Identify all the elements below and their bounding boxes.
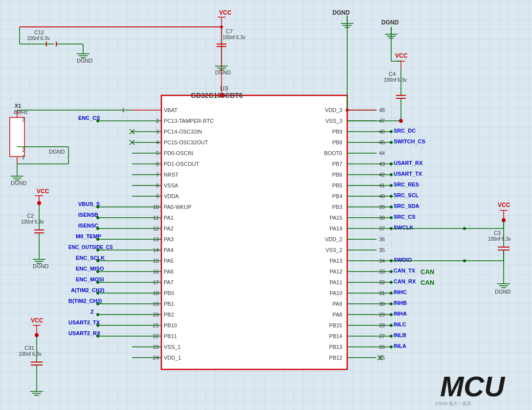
svg-text:3: 3 [156, 129, 159, 135]
svg-text:31: 31 [379, 290, 385, 296]
svg-text:ISENSB: ISENSB [78, 212, 98, 218]
svg-text:33: 33 [379, 269, 385, 274]
svg-text:100nf 6.3v: 100nf 6.3v [21, 219, 44, 225]
svg-text:VSS_3: VSS_3 [326, 118, 342, 124]
svg-point-186 [390, 292, 393, 295]
svg-text:PB13: PB13 [329, 344, 342, 350]
svg-text:15: 15 [153, 258, 159, 264]
svg-text:PD0-OSCIN: PD0-OSCIN [164, 150, 193, 156]
svg-point-10 [96, 119, 99, 122]
svg-text:14: 14 [153, 247, 159, 253]
svg-text:C2: C2 [27, 213, 34, 219]
svg-text:ISENSC: ISENSC [78, 223, 98, 228]
svg-text:27: 27 [379, 333, 385, 339]
svg-text:10: 10 [153, 204, 159, 210]
svg-text:35: 35 [379, 247, 385, 253]
svg-text:C3: C3 [494, 230, 501, 236]
svg-point-90 [96, 313, 99, 316]
svg-text:INLC: INLC [394, 321, 406, 327]
svg-text:VCC: VCC [219, 9, 232, 16]
svg-text:6: 6 [156, 161, 159, 167]
svg-text:INHC: INHC [394, 289, 407, 295]
svg-point-196 [390, 313, 393, 316]
svg-text:22: 22 [153, 333, 159, 339]
svg-text:12: 12 [153, 226, 159, 231]
svg-text:SWCLK: SWCLK [394, 225, 413, 230]
svg-text:CAN: CAN [421, 279, 434, 286]
svg-text:100nf 6.3v: 100nf 6.3v [488, 236, 511, 242]
svg-text:ENC_MISO: ENC_MISO [76, 266, 104, 272]
schematic-container: U3 GD32C103CBT6 VBAT 1 PC13-TAMPER-RTC 2… [0, 0, 532, 410]
svg-text:SRC_SDA: SRC_SDA [394, 203, 420, 209]
svg-text:46: 46 [379, 129, 385, 135]
svg-text:5: 5 [156, 150, 159, 156]
svg-text:PB6: PB6 [332, 172, 342, 178]
svg-text:MCU: MCU [440, 370, 506, 402]
svg-point-233 [220, 93, 223, 97]
svg-text:INLB: INLB [394, 332, 406, 338]
svg-point-40 [96, 205, 99, 208]
svg-text:PB8: PB8 [332, 139, 342, 145]
svg-text:44: 44 [379, 150, 385, 156]
svg-text:DGND: DGND [77, 58, 92, 64]
svg-text:4: 4 [156, 139, 159, 145]
svg-text:39: 39 [379, 204, 385, 210]
svg-point-100 [96, 335, 99, 338]
svg-text:X1: X1 [15, 103, 21, 109]
svg-point-122 [390, 141, 393, 144]
svg-point-55 [96, 238, 99, 241]
svg-text:8: 8 [156, 182, 159, 188]
svg-text:SWITCH_CS: SWITCH_CS [394, 138, 425, 144]
svg-point-95 [96, 324, 99, 327]
svg-text:32: 32 [379, 279, 385, 285]
svg-text:9: 9 [156, 193, 159, 199]
svg-text:PA0-WKUP: PA0-WKUP [164, 204, 192, 210]
svg-text:BOOT0: BOOT0 [324, 150, 342, 156]
svg-text:28: 28 [379, 322, 385, 328]
svg-text:USART_RX: USART_RX [394, 160, 423, 166]
svg-text:100nf 6.3v: 100nf 6.3v [384, 77, 407, 83]
svg-point-85 [96, 302, 99, 305]
svg-text:VSS_1: VSS_1 [164, 344, 180, 350]
svg-text:C12: C12 [34, 29, 44, 35]
svg-text:VBUS_S: VBUS_S [78, 201, 100, 207]
svg-point-80 [96, 292, 99, 295]
svg-text:DGND: DGND [332, 9, 350, 16]
svg-text:19: 19 [153, 301, 159, 307]
svg-text:CAN_RX: CAN_RX [394, 278, 416, 284]
svg-text:NRST: NRST [164, 172, 178, 178]
svg-text:7: 7 [156, 172, 159, 178]
svg-text:DGND: DGND [495, 289, 510, 295]
svg-text:PB0: PB0 [164, 290, 174, 296]
svg-text:C31: C31 [24, 345, 34, 351]
svg-text:24: 24 [153, 355, 159, 361]
svg-point-140 [390, 184, 393, 187]
svg-text:17: 17 [153, 279, 159, 285]
svg-text:PA13: PA13 [330, 258, 342, 264]
svg-text:VBAT: VBAT [164, 107, 177, 113]
svg-text:ENC_OUTSIDE_CS: ENC_OUTSIDE_CS [68, 245, 113, 250]
svg-text:VCC: VCC [498, 202, 510, 208]
svg-point-150 [390, 205, 393, 208]
svg-text:PA8: PA8 [332, 312, 342, 318]
svg-text:INHB: INHB [394, 300, 407, 306]
svg-point-155 [390, 216, 393, 219]
svg-text:PB1: PB1 [164, 301, 174, 307]
svg-text:INHA: INHA [394, 311, 407, 317]
svg-text:3: 3 [22, 117, 25, 122]
svg-text:DGND: DGND [49, 149, 65, 155]
svg-text:PB10: PB10 [164, 322, 177, 328]
svg-text:PA12: PA12 [330, 269, 342, 274]
svg-text:40: 40 [379, 193, 385, 199]
svg-text:VDD_2: VDD_2 [325, 236, 342, 242]
svg-point-323 [463, 259, 466, 262]
svg-point-70 [96, 270, 99, 273]
svg-point-65 [96, 259, 99, 262]
svg-text:PA6: PA6 [164, 269, 174, 274]
svg-text:VDDA: VDDA [164, 193, 179, 199]
svg-text:Z: Z [90, 309, 94, 315]
svg-text:18: 18 [153, 290, 159, 296]
svg-rect-0 [161, 95, 347, 369]
svg-text:20: 20 [153, 312, 159, 318]
svg-text:VCC: VCC [395, 52, 408, 59]
